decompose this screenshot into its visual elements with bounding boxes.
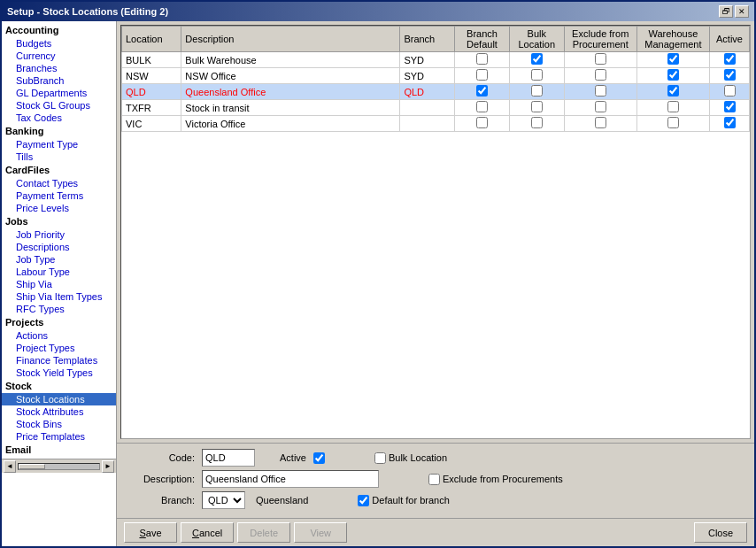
view-button[interactable]: View (294, 522, 347, 543)
sidebar-item-budgets[interactable]: Budgets (2, 37, 116, 50)
chk-bulk-location[interactable] (531, 101, 543, 112)
chk-active[interactable] (724, 117, 736, 128)
chk-exclude-procurement[interactable] (595, 53, 606, 65)
code-input[interactable] (202, 449, 255, 467)
chk-branch-default[interactable] (476, 101, 488, 112)
sidebar-item-job-priority[interactable]: Job Priority (2, 228, 116, 241)
exclude-checkbox[interactable] (428, 474, 440, 485)
sidebar-item-stock-gl-groups[interactable]: Stock GL Groups (2, 99, 116, 112)
sidebar-item-payment-terms[interactable]: Payment Terms (2, 189, 116, 202)
cell-warehouse-mgmt (636, 100, 709, 116)
table-row[interactable]: NSW NSW Office SYD (122, 68, 750, 84)
sidebar-item-contact-types[interactable]: Contact Types (2, 177, 116, 189)
table-row[interactable]: TXFR Stock in transit (122, 100, 750, 116)
chk-warehouse-mgmt[interactable] (667, 53, 679, 65)
sidebar-group-email: Email (2, 443, 116, 457)
sidebar-item-gl-departments[interactable]: GL Departments (2, 87, 116, 99)
cell-description: Queensland Office (181, 84, 400, 100)
col-location: Location (122, 27, 181, 52)
scroll-right-button[interactable]: ► (102, 460, 114, 473)
sidebar-item-stock-yield-types[interactable]: Stock Yield Types (2, 367, 116, 379)
branch-select[interactable]: QLD SYD MEL VIC (202, 491, 245, 509)
sidebar-item-ship-via-item-types[interactable]: Ship Via Item Types (2, 290, 116, 303)
default-branch-checkbox[interactable] (358, 495, 369, 506)
sidebar-item-labour-type[interactable]: Labour Type (2, 266, 116, 278)
restore-button[interactable]: 🗗 (719, 5, 733, 18)
chk-branch-default[interactable] (476, 85, 488, 96)
chk-branch-default[interactable] (476, 53, 488, 65)
sidebar-item-finance-templates[interactable]: Finance Templates (2, 354, 116, 367)
chk-warehouse-mgmt[interactable] (667, 117, 679, 128)
bulk-location-label: Bulk Location (389, 452, 447, 463)
scroll-thumb[interactable] (19, 464, 45, 469)
sidebar-item-ship-via[interactable]: Ship Via (2, 278, 116, 290)
sidebar-item-branches[interactable]: Branches (2, 62, 116, 74)
sidebar-item-currency[interactable]: Currency (2, 50, 116, 62)
locations-table: Location Description Branch BranchDefaul… (121, 26, 750, 132)
close-window-button[interactable]: ✕ (735, 5, 749, 18)
title-bar: Setup - Stock Locations (Editing 2) 🗗 ✕ (2, 2, 754, 21)
sidebar-item-subbranch[interactable]: SubBranch (2, 74, 116, 87)
chk-exclude-procurement[interactable] (595, 101, 606, 112)
sidebar-group-projects: Projects (2, 315, 116, 329)
description-input[interactable] (202, 470, 379, 488)
cell-branch-default (455, 84, 510, 100)
cell-description: Victoria Office (181, 116, 400, 132)
chk-exclude-procurement[interactable] (595, 85, 606, 96)
save-button[interactable]: Save (124, 522, 177, 543)
close-button[interactable]: Close (694, 522, 747, 543)
main-panel: Location Description Branch BranchDefaul… (117, 21, 754, 546)
sidebar-item-actions[interactable]: Actions (2, 329, 116, 342)
bulk-location-checkbox[interactable] (374, 452, 386, 464)
form-row-description: Description: Exclude from Procurements (124, 470, 747, 488)
cancel-button[interactable]: Cancel (181, 522, 234, 543)
chk-warehouse-mgmt[interactable] (667, 85, 679, 96)
table-row[interactable]: BULK Bulk Warehouse SYD (122, 52, 750, 68)
chk-active[interactable] (724, 69, 736, 81)
scroll-left-button[interactable]: ◄ (4, 460, 16, 473)
sidebar-item-tax-codes[interactable]: Tax Codes (2, 112, 116, 124)
chk-bulk-location[interactable] (531, 117, 543, 128)
sidebar-item-price-templates[interactable]: Price Templates (2, 430, 116, 443)
chk-bulk-location[interactable] (531, 85, 543, 96)
chk-bulk-location[interactable] (531, 53, 543, 65)
cell-location: VIC (122, 116, 181, 132)
cell-bulk-location (509, 52, 564, 68)
chk-branch-default[interactable] (476, 69, 488, 81)
sidebar-item-stock-bins[interactable]: Stock Bins (2, 418, 116, 430)
branch-label: Branch: (124, 495, 195, 506)
sidebar-item-stock-locations[interactable]: Stock Locations (2, 393, 116, 405)
sidebar-group-banking: Banking (2, 124, 116, 138)
chk-warehouse-mgmt[interactable] (667, 69, 679, 81)
cell-exclude-procurement (564, 116, 636, 132)
cell-branch: QLD (400, 84, 455, 100)
chk-branch-default[interactable] (476, 117, 488, 128)
sidebar-item-rfc-types[interactable]: RFC Types (2, 303, 116, 315)
col-exclude-procurement: Exclude fromProcurement (564, 27, 636, 52)
sidebar-item-payment-type[interactable]: Payment Type (2, 138, 116, 151)
sidebar-item-stock-attributes[interactable]: Stock Attributes (2, 405, 116, 418)
cell-active (710, 116, 750, 132)
chk-exclude-procurement[interactable] (595, 69, 606, 81)
chk-warehouse-mgmt[interactable] (667, 101, 679, 112)
cell-description: NSW Office (181, 68, 400, 84)
chk-active[interactable] (724, 85, 736, 96)
chk-bulk-location[interactable] (531, 69, 543, 81)
table-row[interactable]: QLD Queensland Office QLD (122, 84, 750, 100)
cell-location: TXFR (122, 100, 181, 116)
sidebar-item-project-types[interactable]: Project Types (2, 342, 116, 354)
sidebar-item-price-levels[interactable]: Price Levels (2, 202, 116, 214)
sidebar-item-job-type[interactable]: Job Type (2, 253, 116, 266)
table-row[interactable]: VIC Victoria Office (122, 116, 750, 132)
delete-button[interactable]: Delete (237, 522, 290, 543)
col-branch: Branch (400, 27, 455, 52)
cell-active (710, 100, 750, 116)
chk-active[interactable] (724, 53, 736, 65)
chk-active[interactable] (724, 101, 736, 112)
sidebar-item-descriptions[interactable]: Descriptions (2, 241, 116, 253)
default-branch-label: Default for branch (372, 495, 449, 506)
sidebar-scrollbar[interactable]: ◄ ► (2, 459, 116, 473)
sidebar-item-tills[interactable]: Tills (2, 151, 116, 163)
active-checkbox[interactable] (313, 452, 325, 464)
chk-exclude-procurement[interactable] (595, 117, 606, 128)
